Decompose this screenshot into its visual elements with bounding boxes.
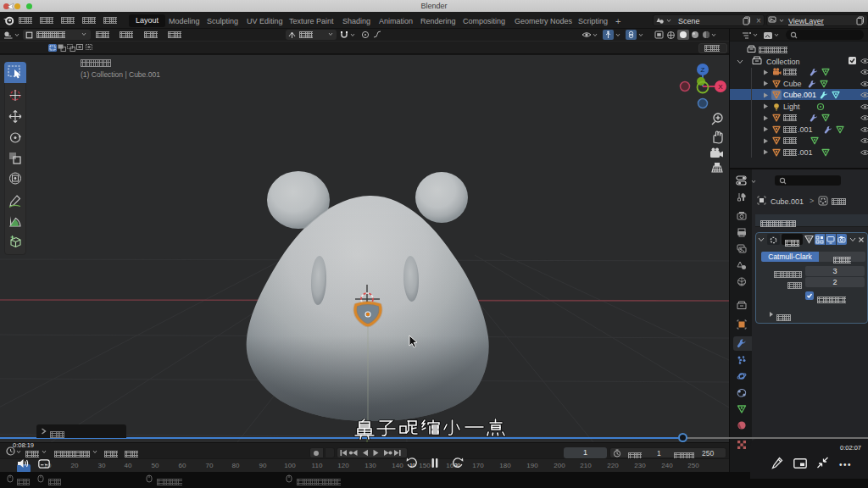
- svg-text:X: X: [718, 83, 723, 91]
- svg-text:Z: Z: [701, 66, 705, 74]
